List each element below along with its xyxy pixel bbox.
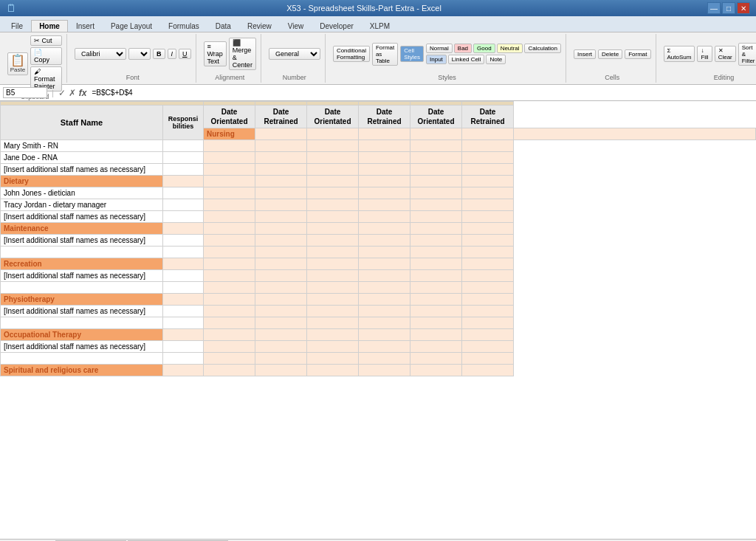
- copy-button[interactable]: 📄 Copy: [30, 47, 62, 65]
- maintenance-insert-name[interactable]: [Insert additional staff names as necess…: [1, 235, 163, 247]
- nursing-insert-d1[interactable]: [204, 164, 255, 176]
- nursing-d6[interactable]: [514, 128, 756, 140]
- ot-insert-d5[interactable]: [410, 341, 462, 353]
- ot-empty-resp[interactable]: [163, 353, 204, 365]
- dietary-insert-resp[interactable]: [163, 211, 204, 223]
- maintenance-d5[interactable]: [410, 223, 462, 235]
- tab-developer[interactable]: Developer: [312, 20, 362, 32]
- fill-button[interactable]: ↓ Fill: [697, 46, 712, 62]
- dietary-insert-d6[interactable]: [462, 211, 514, 223]
- ot-d3[interactable]: [307, 329, 359, 341]
- ot-insert-d4[interactable]: [359, 341, 410, 353]
- maintenance-empty-staff[interactable]: [1, 247, 163, 258]
- nursing-d4[interactable]: [410, 128, 462, 140]
- name-box[interactable]: [3, 87, 47, 98]
- maintenance-insert-resp[interactable]: [163, 235, 204, 247]
- dietary-d5[interactable]: [410, 176, 462, 187]
- bold-button[interactable]: B: [153, 49, 165, 59]
- linked-cell-style[interactable]: Linked Cell: [448, 55, 485, 64]
- recreation-insert-d4[interactable]: [359, 270, 410, 282]
- ot-insert-d3[interactable]: [307, 341, 359, 353]
- merge-center-button[interactable]: ⬛ Merge & Center: [229, 38, 256, 70]
- mary-smith-d6[interactable]: [462, 140, 514, 152]
- ot-d6[interactable]: [462, 329, 514, 341]
- maintenance-d2[interactable]: [255, 223, 307, 235]
- tab-page-layout[interactable]: Page Layout: [103, 20, 160, 32]
- paste-button[interactable]: 📋 Paste: [7, 52, 28, 75]
- mary-smith-d3[interactable]: [307, 140, 359, 152]
- ot-insert-resp[interactable]: [163, 341, 204, 353]
- ot-resp[interactable]: [163, 329, 204, 341]
- calculation-style[interactable]: Calculation: [524, 44, 561, 53]
- maintenance-d6[interactable]: [462, 223, 514, 235]
- john-jones-d1[interactable]: [204, 187, 255, 199]
- format-button[interactable]: Format: [625, 49, 650, 59]
- ot-d2[interactable]: [255, 329, 307, 341]
- maintenance-insert-d1[interactable]: [204, 235, 255, 247]
- formula-fx-icon[interactable]: fx: [79, 88, 87, 98]
- physio-insert-d4[interactable]: [359, 306, 410, 317]
- spiritual-d5[interactable]: [410, 365, 462, 376]
- maintenance-insert-d2[interactable]: [255, 235, 307, 247]
- john-jones-d4[interactable]: [359, 187, 410, 199]
- ot-d1[interactable]: [204, 329, 255, 341]
- john-jones-name[interactable]: John Jones - dietician: [1, 187, 163, 199]
- nursing-d1[interactable]: [255, 128, 307, 140]
- jane-doe-d6[interactable]: [462, 152, 514, 164]
- dietary-d6[interactable]: [462, 176, 514, 187]
- maintenance-insert-d5[interactable]: [410, 235, 462, 247]
- nursing-insert-d6[interactable]: [462, 164, 514, 176]
- note-style[interactable]: Note: [486, 55, 506, 64]
- jane-doe-d2[interactable]: [255, 152, 307, 164]
- recreation-insert-d5[interactable]: [410, 270, 462, 282]
- delete-button[interactable]: Delete: [598, 49, 622, 59]
- sum-button[interactable]: Σ AutoSum: [664, 46, 695, 62]
- normal-style[interactable]: Normal: [426, 44, 453, 53]
- john-jones-d2[interactable]: [255, 187, 307, 199]
- dietary-insert-d1[interactable]: [204, 211, 255, 223]
- recreation-empty-staff[interactable]: [1, 282, 163, 294]
- recreation-insert-d3[interactable]: [307, 270, 359, 282]
- maintenance-empty-resp[interactable]: [163, 247, 204, 258]
- maintenance-insert-d6[interactable]: [462, 235, 514, 247]
- physio-resp[interactable]: [163, 294, 204, 306]
- good-style[interactable]: Good: [473, 44, 495, 53]
- dietary-insert-d4[interactable]: [359, 211, 410, 223]
- recreation-insert-resp[interactable]: [163, 270, 204, 282]
- dietary-insert-d5[interactable]: [410, 211, 462, 223]
- ot-insert-d2[interactable]: [255, 341, 307, 353]
- cut-button[interactable]: ✂ Cut: [30, 35, 62, 46]
- mary-smith-d2[interactable]: [255, 140, 307, 152]
- dietary-d4[interactable]: [359, 176, 410, 187]
- mary-smith-d4[interactable]: [359, 140, 410, 152]
- tracy-jordan-name[interactable]: Tracy Jordan - dietary manager: [1, 199, 163, 211]
- recreation-insert-name[interactable]: [Insert additional staff names as necess…: [1, 270, 163, 282]
- maintenance-resp[interactable]: [163, 223, 204, 235]
- ot-insert-d6[interactable]: [462, 341, 514, 353]
- insert-button[interactable]: Insert: [574, 49, 596, 59]
- tab-view[interactable]: View: [280, 20, 312, 32]
- bad-style[interactable]: Bad: [454, 44, 472, 53]
- physio-insert-d3[interactable]: [307, 306, 359, 317]
- nursing-d3[interactable]: [359, 128, 410, 140]
- maintenance-d1[interactable]: [204, 223, 255, 235]
- neutral-style[interactable]: Neutral: [497, 44, 523, 53]
- physio-d4[interactable]: [359, 294, 410, 306]
- font-family-select[interactable]: Calibri: [75, 48, 126, 60]
- recreation-d6[interactable]: [462, 258, 514, 270]
- physio-d1[interactable]: [204, 294, 255, 306]
- maintenance-d3[interactable]: [307, 223, 359, 235]
- font-size-select[interactable]: 11: [128, 48, 151, 60]
- spiritual-d6[interactable]: [462, 365, 514, 376]
- table-wrapper[interactable]: Staff Name Responsibilities DateOrientat…: [0, 101, 756, 539]
- tracy-jordan-resp[interactable]: [163, 199, 204, 211]
- underline-button[interactable]: U: [179, 49, 191, 59]
- john-jones-resp[interactable]: [163, 187, 204, 199]
- recreation-d3[interactable]: [307, 258, 359, 270]
- jane-doe-d4[interactable]: [359, 152, 410, 164]
- physio-d3[interactable]: [307, 294, 359, 306]
- sort-filter-button[interactable]: Sort &Filter: [738, 43, 756, 66]
- recreation-d2[interactable]: [255, 258, 307, 270]
- tab-formulas[interactable]: Formulas: [160, 20, 207, 32]
- ot-empty-staff[interactable]: [1, 353, 163, 365]
